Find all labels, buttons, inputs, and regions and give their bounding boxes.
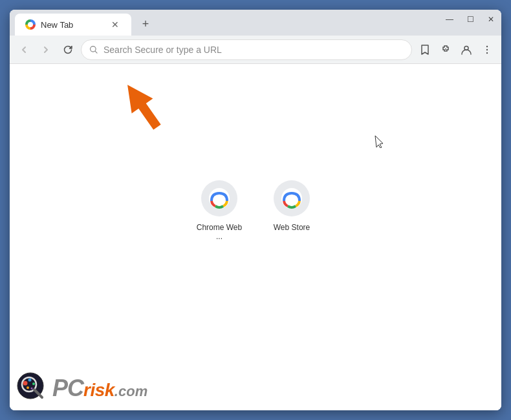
profile-button[interactable] bbox=[457, 41, 475, 59]
extensions-button[interactable] bbox=[437, 41, 455, 59]
toolbar-icons bbox=[416, 41, 496, 59]
new-tab-button[interactable]: + bbox=[136, 15, 155, 33]
shortcut-icon-circle-1 bbox=[201, 180, 237, 216]
toolbar: Search Secure or type a URL bbox=[10, 36, 501, 64]
address-bar[interactable]: Search Secure or type a URL bbox=[81, 39, 412, 60]
shortcut-label-2: Web Store bbox=[274, 223, 310, 232]
active-tab[interactable]: New Tab ✕ bbox=[15, 14, 131, 36]
web-store-icon bbox=[280, 187, 303, 210]
close-button[interactable]: ✕ bbox=[486, 15, 496, 24]
svg-point-15 bbox=[31, 388, 33, 390]
svg-marker-5 bbox=[117, 78, 168, 134]
svg-point-12 bbox=[28, 379, 32, 382]
title-bar: New Tab ✕ + — ☐ ✕ bbox=[10, 10, 501, 36]
maximize-button[interactable]: ☐ bbox=[465, 15, 475, 24]
minimize-button[interactable]: — bbox=[444, 15, 455, 24]
shortcut-icon-circle-2 bbox=[274, 180, 310, 216]
reload-icon bbox=[63, 45, 73, 55]
browser-window: New Tab ✕ + — ☐ ✕ bbox=[10, 10, 501, 410]
pcrisk-text: PC risk .com bbox=[52, 375, 147, 402]
shortcut-chrome-web-store[interactable]: Chrome Web ... bbox=[193, 180, 245, 241]
svg-point-3 bbox=[486, 48, 488, 50]
profile-icon bbox=[461, 44, 472, 56]
arrow-svg bbox=[116, 77, 168, 135]
svg-point-14 bbox=[27, 386, 29, 389]
bookmark-icon bbox=[419, 44, 431, 56]
back-icon bbox=[19, 45, 29, 55]
shortcut-label-1: Chrome Web ... bbox=[193, 223, 245, 241]
svg-point-11 bbox=[23, 381, 28, 386]
shortcuts-area: Chrome Web ... Web Store bbox=[193, 180, 318, 241]
menu-icon bbox=[481, 44, 493, 56]
address-placeholder: Search Secure or type a URL bbox=[103, 45, 222, 55]
watermark: PC risk .com bbox=[16, 372, 147, 405]
tab-title: New Tab bbox=[41, 20, 104, 30]
extensions-icon bbox=[440, 44, 451, 56]
svg-point-0 bbox=[91, 46, 96, 52]
search-icon bbox=[89, 45, 98, 54]
bookmark-button[interactable] bbox=[416, 41, 434, 59]
pcrisk-logo-icon bbox=[16, 372, 50, 405]
tab-favicon bbox=[25, 19, 36, 30]
arrow-annotation bbox=[116, 77, 168, 129]
browser-content: Chrome Web ... Web Store bbox=[10, 64, 501, 410]
forward-button[interactable] bbox=[37, 41, 55, 59]
reload-button[interactable] bbox=[59, 41, 77, 59]
pc-text: PC bbox=[52, 375, 83, 402]
chrome-webstore-icon bbox=[208, 187, 231, 210]
back-button[interactable] bbox=[15, 41, 33, 59]
svg-point-2 bbox=[486, 45, 488, 47]
menu-button[interactable] bbox=[478, 41, 496, 59]
svg-point-4 bbox=[486, 52, 488, 53]
cursor-icon bbox=[375, 135, 385, 148]
window-controls: — ☐ ✕ bbox=[444, 15, 496, 24]
shortcut-web-store[interactable]: Web Store bbox=[266, 180, 318, 232]
forward-icon bbox=[41, 45, 51, 55]
risk-text: risk bbox=[83, 380, 114, 401]
cursor bbox=[375, 135, 385, 148]
tab-close-button[interactable]: ✕ bbox=[109, 19, 121, 30]
svg-point-13 bbox=[32, 383, 35, 385]
dotcom-text: .com bbox=[114, 383, 147, 400]
